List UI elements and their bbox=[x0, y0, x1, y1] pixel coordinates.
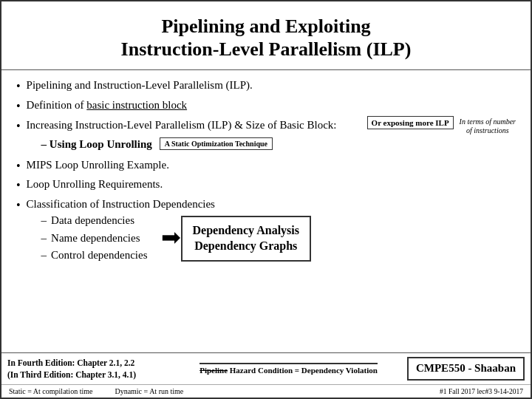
bullet-1-text: Pipelining and Instruction-Level Paralle… bbox=[27, 78, 516, 92]
main-bullet-list: • Pipelining and Instruction-Level Paral… bbox=[16, 78, 516, 267]
footer-left: Static = At compilation time Dynamic = A… bbox=[9, 387, 183, 395]
bullet-dot: • bbox=[16, 197, 21, 214]
bottom-row: In Fourth Edition: Chapter 2.1, 2.2 (In … bbox=[1, 352, 531, 384]
dep-analysis-line1: Dependency Analysis bbox=[193, 224, 299, 236]
list-item: • MIPS Loop Unrolling Example. bbox=[16, 157, 516, 174]
loop-unrolling-text: – Using Loop Unrolling bbox=[41, 137, 152, 151]
pipeline-hazard-box: Pipeline Hazard Condition = Dependency V… bbox=[177, 357, 400, 381]
dependency-analysis-box: Dependency Analysis Dependency Graphs bbox=[181, 216, 311, 262]
content-section: • Pipelining and Instruction-Level Paral… bbox=[1, 70, 531, 352]
fourth-line2: (In Third Edition: Chapter 3.1, 4.1) bbox=[7, 369, 170, 381]
dep-list: Data dependencies Name dependencies Cont… bbox=[41, 213, 148, 265]
in-terms-box: In terms of numberof instructions bbox=[460, 117, 516, 135]
hazard-text: Hazard Condition = Dependency Violation bbox=[230, 366, 378, 375]
block3-row: Increasing Instruction-Level Parallelism… bbox=[27, 117, 516, 135]
or-exposing-box: Or exposing more ILP bbox=[367, 116, 454, 130]
bullet-2-text: Definition of basic instruction block bbox=[27, 98, 516, 112]
pipeline-hazard-text: Pipeline Hazard Condition = Dependency V… bbox=[200, 363, 378, 375]
bullet-5-text: Loop Unrolling Requirements. bbox=[27, 177, 516, 191]
dep1-text: Data dependencies bbox=[51, 213, 134, 228]
bullet-4-text: MIPS Loop Unrolling Example. bbox=[27, 157, 516, 172]
bullet-dot: • bbox=[16, 98, 21, 115]
list-item: Name dependencies bbox=[41, 231, 148, 245]
list-item: • Loop Unrolling Requirements. bbox=[16, 177, 516, 194]
bullet-3-prefix: Increasing Instruction-Level Parallelism… bbox=[27, 119, 337, 131]
list-item: • Pipelining and Instruction-Level Paral… bbox=[16, 78, 516, 95]
slide-container: Pipelining and Exploiting Instruction-Le… bbox=[0, 0, 532, 399]
list-item: • Definition of basic instruction block bbox=[16, 98, 516, 115]
dep3-text: Control dependencies bbox=[51, 248, 147, 262]
cmpe-box: CMPE550 - Shaaban bbox=[407, 357, 525, 381]
cmpe-label: CMPE550 - Shaaban bbox=[416, 362, 516, 375]
dep-arrow-box: ➡ bbox=[161, 225, 181, 252]
fourth-edition-box: In Fourth Edition: Chapter 2.1, 2.2 (In … bbox=[7, 357, 170, 381]
dependencies-section: Data dependencies Name dependencies Cont… bbox=[41, 213, 516, 265]
dep-analysis-line2: Dependency Graphs bbox=[194, 239, 297, 252]
bullet-3-content: Increasing Instruction-Level Parallelism… bbox=[27, 117, 516, 154]
title-line1: Pipelining and Exploiting bbox=[161, 16, 370, 37]
list-item: • Classification of Instruction Dependen… bbox=[16, 197, 516, 265]
title-line2: Instruction-Level Parallelism (ILP) bbox=[121, 38, 412, 60]
slide-title: Pipelining and Exploiting Instruction-Le… bbox=[16, 15, 516, 61]
bullet-6-text: Classification of Instruction Dependenci… bbox=[27, 198, 215, 210]
static-opt-box: A Static Optimization Technique bbox=[160, 137, 273, 151]
bullet-2-prefix: Definition of bbox=[27, 99, 87, 111]
block3-text: Increasing Instruction-Level Parallelism… bbox=[27, 117, 361, 132]
arrow-right-icon: ➡ bbox=[161, 225, 181, 249]
dep2-text: Name dependencies bbox=[51, 231, 140, 245]
pipeline-word: Pipeline bbox=[200, 366, 228, 375]
loop-unrolling-row: – Using Loop Unrolling A Static Optimiza… bbox=[41, 137, 516, 151]
bullet-dot: • bbox=[16, 177, 21, 194]
dynamic-label: Dynamic = At run time bbox=[115, 387, 183, 395]
fourth-line1: In Fourth Edition: Chapter 2.1, 2.2 bbox=[7, 357, 170, 369]
edition-info: #1 Fall 2017 lec#3 9-14-2017 bbox=[440, 388, 523, 395]
bullet-2-link: basic instruction block bbox=[86, 99, 187, 111]
bullet-dot: • bbox=[16, 158, 21, 174]
footer-right: #1 Fall 2017 lec#3 9-14-2017 bbox=[440, 388, 523, 395]
static-label: Static = At compilation time bbox=[9, 387, 92, 395]
bullet-6-content: Classification of Instruction Dependenci… bbox=[27, 197, 516, 265]
list-item: Data dependencies bbox=[41, 213, 148, 228]
list-item: Control dependencies bbox=[41, 248, 148, 262]
title-section: Pipelining and Exploiting Instruction-Le… bbox=[1, 1, 531, 70]
list-item: • Increasing Instruction-Level Paralleli… bbox=[16, 117, 516, 154]
bullet-dot: • bbox=[16, 118, 21, 134]
footer-bar: Static = At compilation time Dynamic = A… bbox=[1, 384, 531, 398]
bullet-dot: • bbox=[16, 78, 21, 95]
